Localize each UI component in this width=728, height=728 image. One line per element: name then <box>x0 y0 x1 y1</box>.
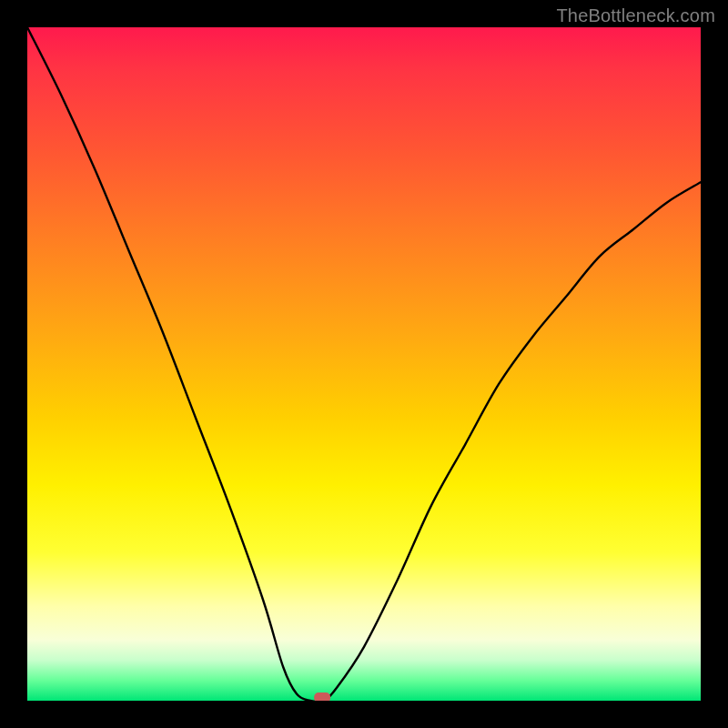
plot-area <box>27 27 701 701</box>
optimum-marker <box>314 693 330 701</box>
chart-frame: TheBottleneck.com <box>0 0 728 728</box>
watermark-text: TheBottleneck.com <box>556 5 715 26</box>
bottleneck-curve <box>27 27 701 701</box>
plot-svg <box>27 27 701 701</box>
